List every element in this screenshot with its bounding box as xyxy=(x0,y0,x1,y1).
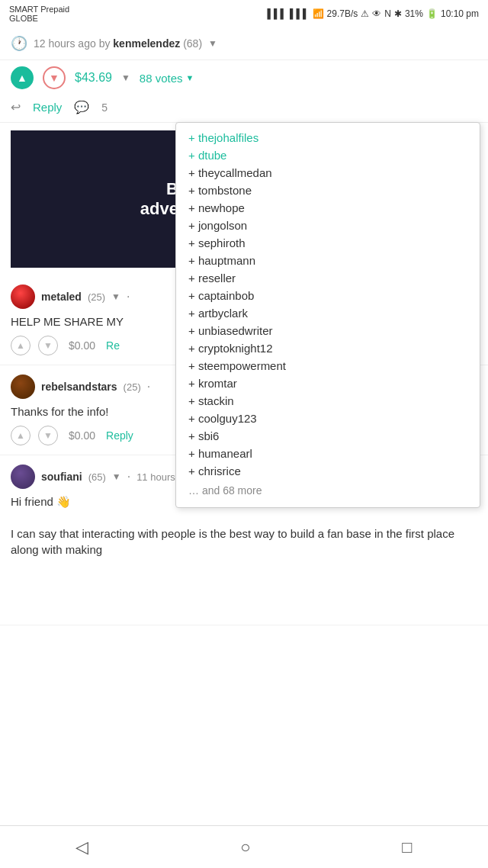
battery-level: 31% xyxy=(405,8,423,19)
username-rebelsandstars[interactable]: rebelsandstars xyxy=(41,381,117,393)
notification-icon: N xyxy=(384,8,391,19)
reply-row: ↩ Reply 💬 5 xyxy=(0,95,488,123)
reply-button[interactable]: Reply xyxy=(33,101,62,114)
dot-soufiani: · xyxy=(127,470,130,484)
downvote-rebelsandstars[interactable]: ▼ xyxy=(38,426,58,445)
post-image: B adve xyxy=(11,130,186,268)
downvote-button[interactable]: ▼ xyxy=(43,66,66,89)
status-bar: SMART Prepaid GLOBE ▌▌▌ ▌▌▌ 📶 29.7B/s ⚠ … xyxy=(0,0,488,27)
reply-rebelsandstars[interactable]: Reply xyxy=(106,429,133,442)
status-right: ▌▌▌ ▌▌▌ 📶 29.7B/s ⚠ 👁 N ✱ 31% 🔋 10:10 pm xyxy=(268,8,479,19)
votes-button[interactable]: 88 votes ▼ xyxy=(140,72,194,85)
upvote-metaled[interactable]: ▲ xyxy=(11,336,30,355)
avatar-rebelsandstars[interactable] xyxy=(11,375,35,399)
avatar-soufiani[interactable] xyxy=(11,465,35,489)
speed-indicator: 29.7B/s xyxy=(327,8,358,19)
user-dropdown-soufiani[interactable]: ▼ xyxy=(112,471,121,482)
rep-soufiani: (65) xyxy=(88,471,106,483)
votes-item-sephiroth[interactable]: + sephiroth xyxy=(176,234,480,252)
votes-item-tombstone[interactable]: + tombstone xyxy=(176,182,480,199)
votes-dropdown-arrow-icon: ▼ xyxy=(186,73,194,82)
upvote-rebelsandstars[interactable]: ▲ xyxy=(11,426,30,445)
bluetooth-icon: ✱ xyxy=(394,8,402,19)
post-by: by xyxy=(99,37,114,50)
votes-item-reseller[interactable]: + reseller xyxy=(176,269,480,287)
votes-item-theycallmedan[interactable]: + theycallmedan xyxy=(176,164,480,182)
clock-icon: 🕐 xyxy=(11,35,27,52)
amount-rebelsandstars: $0.00 xyxy=(69,429,95,442)
eye-icon: 👁 xyxy=(372,8,381,19)
post-dropdown-arrow[interactable]: ▼ xyxy=(208,38,217,49)
votes-item-coolguy123[interactable]: + coolguy123 xyxy=(176,410,480,427)
dot-rebelsandstars: · xyxy=(147,380,150,394)
comment-icon: 💬 xyxy=(74,100,89,114)
votes-item-steempowerment[interactable]: + steempowerment xyxy=(176,357,480,375)
votes-item-captainbob[interactable]: + captainbob xyxy=(176,287,480,304)
votes-dropdown: + thejohalfiles + dtube + theycallmedan … xyxy=(175,122,480,508)
post-author[interactable]: kenmelendez xyxy=(113,37,180,50)
votes-item-dtube[interactable]: + dtube xyxy=(176,146,480,164)
vote-row: ▲ ▼ $43.69 ▼ 88 votes ▼ xyxy=(0,60,488,95)
signal-icon-1: ▌▌▌ xyxy=(268,8,287,19)
nav-bar: ◁ ○ □ xyxy=(0,825,488,868)
network-name: GLOBE xyxy=(9,14,69,23)
votes-item-cryptoknight12[interactable]: + cryptoknight12 xyxy=(176,339,480,357)
post-amount: $43.69 xyxy=(75,71,112,85)
warning-icon: ⚠ xyxy=(361,8,369,19)
post-rep: (68) xyxy=(183,37,202,50)
post-header: 🕐 12 hours ago by kenmelendez (68) ▼ xyxy=(0,27,488,60)
rep-metaled: (25) xyxy=(88,291,105,303)
votes-item-newhope[interactable]: + newhope xyxy=(176,199,480,217)
post-image-text: B adve xyxy=(140,179,178,219)
share-icon: ↩ xyxy=(11,100,21,114)
votes-more-label[interactable]: … and 68 more xyxy=(176,480,480,501)
username-metaled[interactable]: metaled xyxy=(41,291,82,303)
avatar-metaled[interactable] xyxy=(11,285,35,309)
amount-metaled: $0.00 xyxy=(69,339,95,352)
votes-item-jongolson[interactable]: + jongolson xyxy=(176,217,480,234)
votes-item-thejohalfiles[interactable]: + thejohalfiles xyxy=(176,129,480,146)
post-time-ago: 12 hours ago xyxy=(34,37,96,50)
signal-icon-2: ▌▌▌ xyxy=(290,8,310,19)
comment-count: 5 xyxy=(101,101,108,114)
votes-item-kromtar[interactable]: + kromtar xyxy=(176,375,480,392)
wifi-icon: 📶 xyxy=(313,8,324,19)
clock: 10:10 pm xyxy=(441,8,479,19)
votes-item-humanearl[interactable]: + humanearl xyxy=(176,445,480,462)
recent-apps-button[interactable]: □ xyxy=(379,831,435,863)
rep-rebelsandstars: (25) xyxy=(124,381,141,393)
carrier-info: SMART Prepaid GLOBE xyxy=(9,5,69,23)
votes-item-sbi6[interactable]: + sbi6 xyxy=(176,427,480,445)
battery-icon: 🔋 xyxy=(426,8,438,19)
post-image-line1: B xyxy=(140,179,178,199)
votes-count: 88 votes xyxy=(140,72,183,85)
votes-item-artbyclark[interactable]: + artbyclark xyxy=(176,304,480,322)
votes-item-unbiasedwriter[interactable]: + unbiasedwriter xyxy=(176,322,480,339)
downvote-metaled[interactable]: ▼ xyxy=(38,336,58,355)
post-image-line2: adve xyxy=(140,199,178,219)
username-soufiani[interactable]: soufiani xyxy=(41,471,82,483)
user-dropdown-metaled[interactable]: ▼ xyxy=(111,291,120,302)
votes-item-stackin[interactable]: + stackin xyxy=(176,392,480,410)
home-button[interactable]: ○ xyxy=(217,831,273,863)
dot-metaled: · xyxy=(127,290,130,304)
post-meta: 12 hours ago by kenmelendez (68) xyxy=(34,37,202,50)
votes-item-chrisrice[interactable]: + chrisrice xyxy=(176,462,480,480)
votes-item-hauptmann[interactable]: + hauptmann xyxy=(176,252,480,269)
amount-dropdown-arrow[interactable]: ▼ xyxy=(121,72,130,83)
reply-metaled[interactable]: Re xyxy=(106,339,120,352)
back-button[interactable]: ◁ xyxy=(53,831,111,863)
carrier-name: SMART Prepaid xyxy=(9,5,69,14)
upvote-button[interactable]: ▲ xyxy=(11,66,34,89)
